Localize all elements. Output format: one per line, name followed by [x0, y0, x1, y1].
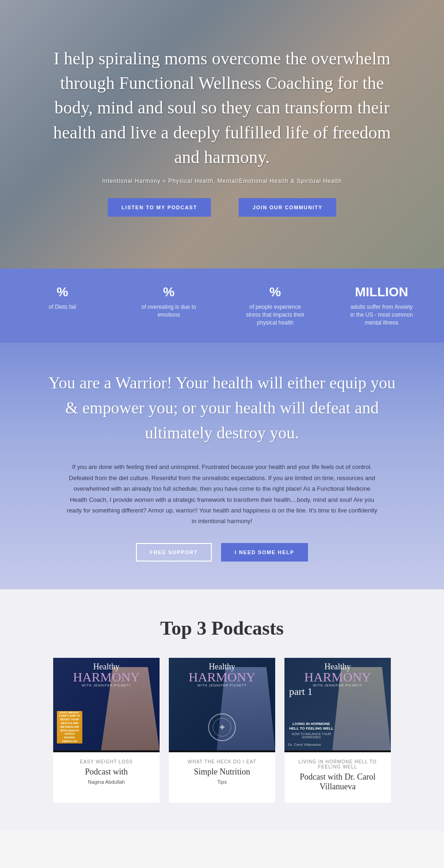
- tree-icon: ✦: [218, 722, 226, 733]
- podcasts-title: Top 3 Podcasts: [37, 617, 407, 639]
- podcast-card-3[interactable]: Healthy HARMONY WITH JENNIFER PICKETT pa…: [284, 658, 391, 803]
- podcast-3-category: LIVING IN HORMONE HELL TO FEELING WELL: [291, 759, 384, 769]
- podcast-1-name: Podcast with: [60, 767, 153, 777]
- podcast-2-name: Simple Nutrition: [176, 767, 268, 777]
- hero-section: I help spiraling moms overcome the overw…: [0, 0, 444, 269]
- stat-anxiety-number: MILLION: [328, 285, 435, 300]
- stat-overeating-number: %: [116, 285, 222, 300]
- warrior-heading: You are a Warrior! Your health will eith…: [46, 370, 398, 445]
- warrior-body: If you are done with feeling tired and u…: [65, 462, 379, 526]
- stat-anxiety: MILLION adults suffer from Anxiety in th…: [328, 285, 435, 326]
- stat-diets-number: %: [9, 285, 116, 300]
- join-community-button[interactable]: JOIN OUR COMMUNITY: [239, 198, 336, 217]
- podcast-2-logo: Healthy HARMONY WITH JENNIFER PICKETT: [189, 662, 256, 687]
- podcast-2-detail: Tips: [176, 779, 268, 786]
- hero-content: I help spiraling moms overcome the overw…: [42, 46, 402, 217]
- stat-stress: % of people experience stress that impac…: [222, 285, 328, 326]
- podcast-2-circle: ✦: [208, 713, 236, 741]
- podcast-thumb-1: Healthy HARMONY WITH JENNIFER PICKETT EA…: [53, 658, 160, 750]
- stat-diets: % of Diets fail: [9, 285, 116, 311]
- stats-section: % of Diets fail % of overeating is due t…: [0, 269, 444, 343]
- podcast-1-book: EASY WEIGHT LOSS? HOW TO BOOST YOUR HEAL…: [57, 711, 82, 743]
- podcast-3-part-badge: part 1: [289, 686, 313, 698]
- podcast-1-logo: Healthy HARMONY WITH JENNIFER PICKETT: [73, 662, 140, 687]
- listen-podcast-button[interactable]: LISTEN TO MY PODCAST: [108, 198, 211, 217]
- stat-overeating: % of overeating is due to emotions: [116, 285, 222, 319]
- stat-overeating-label: of overeating is due to emotions: [136, 303, 201, 319]
- hero-buttons: LISTEN TO MY PODCAST JOIN OUR COMMUNITY: [42, 198, 402, 217]
- podcasts-section: Top 3 Podcasts Healthy HARMONY WITH JENN…: [0, 589, 444, 831]
- podcast-1-detail: Nagina Abdullah: [60, 779, 153, 786]
- podcast-2-info: WHAT THE HECK DO I EAT Simple Nutrition …: [169, 752, 275, 795]
- podcast-3-logo: Healthy HARMONY WITH JENNIFER PICKETT: [304, 662, 371, 687]
- warrior-buttons: FREE SUPPORT I NEED SOME HELP: [46, 543, 398, 562]
- podcast-thumb-3: Healthy HARMONY WITH JENNIFER PICKETT pa…: [284, 658, 391, 750]
- stat-anxiety-label: adults suffer from Anxiety in the US - m…: [349, 303, 414, 326]
- podcast-3-name: Podcast with Dr. Carol Villanueva: [291, 772, 384, 792]
- podcasts-grid: Healthy HARMONY WITH JENNIFER PICKETT EA…: [37, 658, 407, 803]
- need-help-button[interactable]: I NEED SOME HELP: [221, 543, 308, 562]
- free-support-button[interactable]: FREE SUPPORT: [136, 543, 212, 562]
- podcast-3-credit: Dr. Carol Villanueva: [288, 743, 321, 747]
- hero-subtitle: Intentional Harmony = Physical Health, M…: [42, 178, 402, 184]
- stat-stress-label: of people experience stress that impacts…: [243, 303, 308, 326]
- stat-diets-label: of Diets fail: [30, 303, 95, 311]
- podcast-thumb-2: Healthy HARMONY WITH JENNIFER PICKETT ✦: [169, 658, 275, 750]
- warrior-section: You are a Warrior! Your health will eith…: [0, 343, 444, 589]
- podcast-3-info: LIVING IN HORMONE HELL TO FEELING WELL P…: [284, 752, 391, 803]
- podcast-3-overlay-text: LIVING IN HORMONE HELL TO FEELING WELL H…: [288, 722, 334, 739]
- stat-stress-number: %: [222, 285, 328, 300]
- podcast-2-category: WHAT THE HECK DO I EAT: [176, 759, 268, 764]
- podcast-card-1[interactable]: Healthy HARMONY WITH JENNIFER PICKETT EA…: [53, 658, 160, 803]
- podcast-1-category: EASY WEIGHT LOSS: [60, 759, 153, 764]
- hero-tagline: I help spiraling moms overcome the overw…: [42, 46, 402, 169]
- podcast-1-info: EASY WEIGHT LOSS Podcast with Nagina Abd…: [53, 752, 160, 795]
- podcast-card-2[interactable]: Healthy HARMONY WITH JENNIFER PICKETT ✦ …: [169, 658, 275, 803]
